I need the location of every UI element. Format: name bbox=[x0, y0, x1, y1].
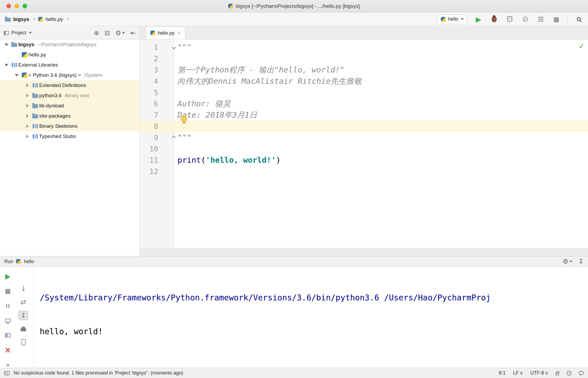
run-with-coverage-button[interactable] bbox=[505, 15, 514, 24]
tree-row-lib-dynload[interactable]: lib-dynload bbox=[0, 101, 140, 111]
swap-arrows-icon: ⇄ bbox=[20, 299, 26, 306]
search-icon bbox=[577, 17, 581, 21]
profiler-icon bbox=[523, 17, 528, 22]
collapse-all-button[interactable]: ⊟ bbox=[104, 30, 110, 36]
soft-wrap-button[interactable]: ⇄ bbox=[19, 297, 28, 307]
profiler-button[interactable] bbox=[521, 15, 530, 24]
pause-output-button[interactable] bbox=[3, 301, 13, 310]
debug-bug-icon bbox=[492, 16, 497, 22]
line-number[interactable]: 11 bbox=[140, 156, 158, 164]
chevron-right-icon bbox=[32, 17, 35, 21]
collapsed-expander-icon[interactable] bbox=[24, 124, 31, 128]
code-editor[interactable]: ✓ 1 """ 2 3 第一个Python程序 - 输出"hello, w bbox=[140, 39, 588, 248]
editor-tab-bar: hello.py × bbox=[140, 27, 588, 39]
minimize-window-button[interactable] bbox=[14, 4, 19, 8]
restore-layout-button[interactable] bbox=[3, 331, 13, 340]
expander-icon[interactable] bbox=[13, 74, 20, 77]
tree-row-binary-skeletons[interactable]: Binary Skeletons bbox=[0, 121, 140, 131]
stop-button[interactable]: ■ bbox=[552, 15, 561, 24]
line-number[interactable]: 2 bbox=[140, 54, 158, 63]
dock-panel-button[interactable]: ↧ bbox=[578, 258, 584, 265]
line-separator-widget[interactable]: LF bbox=[513, 370, 523, 376]
breadcrumb-file[interactable]: hello.py bbox=[38, 16, 63, 22]
expander-icon[interactable] bbox=[3, 64, 10, 66]
hide-panel-button[interactable]: ⇤ bbox=[130, 30, 136, 36]
project-panel-title[interactable]: Project bbox=[11, 30, 26, 36]
tree-row-python36-library-root[interactable]: python3.6 library root bbox=[0, 90, 140, 101]
hector-inspector-icon[interactable] bbox=[567, 371, 571, 376]
tree-row-external-libraries[interactable]: External Libraries bbox=[0, 60, 140, 70]
run-configuration-selector[interactable]: hello bbox=[437, 14, 467, 24]
tree-row-site-packages[interactable]: site-packages bbox=[0, 111, 140, 121]
caret-position-widget[interactable]: 8:1 bbox=[499, 370, 506, 376]
fold-marker-icon[interactable] bbox=[172, 45, 176, 49]
concurrency-diagram-button[interactable] bbox=[536, 15, 545, 24]
run-panel-settings-button[interactable]: ⚙ bbox=[562, 258, 572, 265]
event-log-balloon-icon[interactable] bbox=[579, 371, 584, 375]
code-line: 4 向伟大的Dennis MacAlistair Ritchie先生致敬 bbox=[140, 75, 588, 87]
stop-process-button[interactable]: ■ bbox=[3, 286, 13, 296]
line-number[interactable]: 12 bbox=[140, 167, 158, 176]
library-icon bbox=[12, 63, 17, 67]
clear-console-button[interactable] bbox=[19, 338, 28, 347]
line-number[interactable]: 10 bbox=[140, 145, 158, 153]
collapsed-expander-icon[interactable] bbox=[24, 135, 31, 138]
pause-icon bbox=[6, 304, 9, 308]
expander-icon[interactable] bbox=[3, 43, 10, 46]
folder-icon bbox=[32, 114, 38, 118]
close-tab-icon[interactable]: × bbox=[178, 30, 181, 36]
search-everywhere-button[interactable] bbox=[574, 15, 583, 24]
fold-marker-icon[interactable] bbox=[172, 135, 176, 140]
gear-icon: ⚙ bbox=[115, 30, 121, 36]
line-number[interactable]: 1 bbox=[140, 43, 158, 52]
gear-icon: ⚙ bbox=[562, 258, 568, 265]
run-panel-title[interactable]: Run bbox=[4, 259, 13, 264]
line-number[interactable]: 6 bbox=[140, 100, 158, 108]
close-window-button[interactable] bbox=[6, 4, 11, 8]
debug-button[interactable] bbox=[489, 15, 499, 24]
project-panel-header: Project ⊕ ⊟ ⚙ ⇤ bbox=[0, 27, 140, 39]
locate-file-button[interactable]: ⊕ bbox=[94, 30, 99, 36]
collapsed-expander-icon[interactable] bbox=[24, 94, 31, 97]
line-number[interactable]: 5 bbox=[140, 88, 158, 97]
rerun-button[interactable]: ▶ bbox=[3, 272, 13, 281]
breadcrumb-project[interactable]: bigsys bbox=[5, 16, 29, 22]
updown-icon bbox=[545, 372, 548, 375]
console-output[interactable]: /System/Library/Frameworks/Python.framew… bbox=[34, 267, 588, 368]
chevron-right-icon bbox=[66, 17, 69, 21]
encoding-widget[interactable]: UTF-8 bbox=[530, 370, 548, 376]
tree-row-hello-py[interactable]: hello.py bbox=[0, 50, 140, 60]
fullscreen-window-button[interactable] bbox=[23, 4, 27, 8]
scroll-to-end-toggle[interactable]: ↧ bbox=[19, 311, 28, 320]
tree-row-python-interpreter[interactable]: < Python 3.6 (bigsys) > /System bbox=[0, 70, 140, 80]
panel-settings-button[interactable]: ⚙ bbox=[115, 30, 125, 36]
run-button[interactable]: ▶ bbox=[474, 15, 483, 24]
intention-bulb-icon[interactable] bbox=[181, 116, 187, 122]
line-number[interactable]: 9 bbox=[140, 133, 158, 142]
tree-row-bigsys[interactable]: bigsys ~/PycharmProjects/bigsys bbox=[0, 39, 140, 50]
collapsed-expander-icon[interactable] bbox=[24, 83, 31, 87]
print-button[interactable] bbox=[19, 324, 28, 333]
pycharm-window: bigsys [~/PycharmProjects/bigsys] - .../… bbox=[0, 0, 588, 378]
line-number[interactable]: 8 bbox=[140, 122, 158, 130]
scroll-to-end-icon: ↧ bbox=[21, 312, 26, 319]
lock-icon[interactable] bbox=[556, 373, 559, 375]
tree-row-typeshed-stubs[interactable]: Typeshed Stubs bbox=[0, 131, 140, 141]
line-number[interactable]: 7 bbox=[140, 111, 158, 119]
next-stacktrace-button[interactable]: ↓ bbox=[19, 284, 28, 293]
code-line: 3 第一个Python程序 - 输出"hello, world!" bbox=[140, 64, 588, 75]
status-message: No suspicious code found. 1 files proces… bbox=[13, 370, 183, 376]
toolwindow-toggle-icon[interactable] bbox=[4, 371, 10, 375]
tab-hello-py[interactable]: hello.py × bbox=[146, 27, 185, 39]
collapsed-expander-icon[interactable] bbox=[24, 114, 31, 118]
tree-row-extended-definitions[interactable]: Extended Definitions bbox=[0, 80, 140, 90]
close-run-panel-button[interactable]: × bbox=[3, 346, 13, 355]
folder-icon bbox=[5, 18, 11, 22]
more-actions-button[interactable]: » bbox=[3, 360, 13, 368]
chevrons-icon: » bbox=[6, 361, 10, 368]
collapsed-expander-icon[interactable] bbox=[24, 104, 31, 108]
line-number[interactable]: 4 bbox=[140, 77, 158, 85]
line-number[interactable]: 3 bbox=[140, 66, 158, 74]
show-layout-button[interactable] bbox=[3, 316, 13, 325]
code-line: 9 """ bbox=[140, 132, 588, 143]
